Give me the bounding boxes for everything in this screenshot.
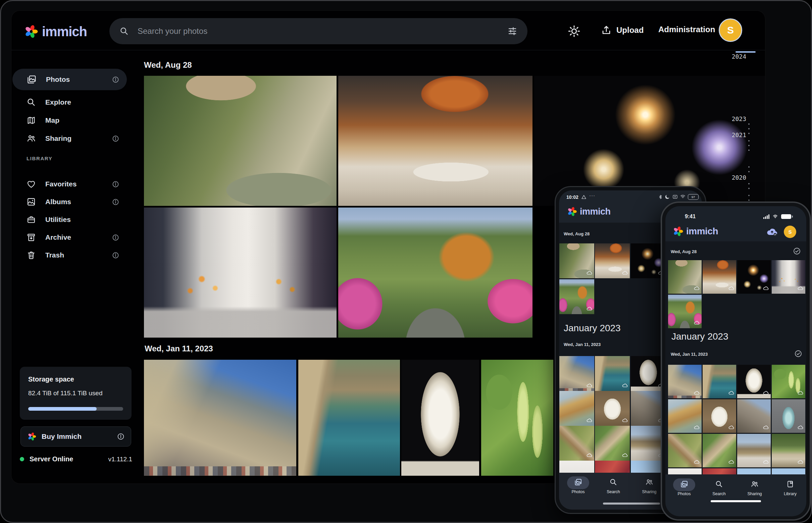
thumb-chalet[interactable] xyxy=(772,434,805,467)
thumb-lizard[interactable] xyxy=(559,426,594,461)
thumb-marble-bust[interactable] xyxy=(737,365,771,398)
server-version: v1.112.1 xyxy=(108,456,132,463)
sidebar-item-label: Utilities xyxy=(45,216,119,223)
cloud-icon xyxy=(798,425,803,431)
photo-fortress-walls[interactable] xyxy=(144,360,296,476)
thumb-coastal-town[interactable] xyxy=(595,356,630,391)
user-avatar[interactable]: S xyxy=(719,18,742,42)
timeline-year[interactable]: 2020 xyxy=(725,174,746,181)
home-indicator[interactable] xyxy=(711,500,761,502)
cloud-icon xyxy=(798,390,803,396)
thumb-marble-sculpture[interactable] xyxy=(595,391,630,426)
info-icon[interactable] xyxy=(112,198,119,206)
cloud-icon xyxy=(622,418,628,424)
app-logo[interactable]: immich xyxy=(23,23,87,39)
sidebar-item-trash[interactable]: Trash xyxy=(13,246,127,264)
info-icon[interactable] xyxy=(112,76,119,84)
upload-label: Upload xyxy=(616,25,643,35)
thumb-beach-cliff[interactable] xyxy=(559,391,594,426)
timeline-tick xyxy=(748,171,749,172)
timeline-scrubber-thumb[interactable] xyxy=(736,51,756,53)
cloud-icon xyxy=(622,453,628,458)
upload-icon xyxy=(601,25,612,36)
thumb-beach-cliff[interactable] xyxy=(668,399,702,433)
thumb-holding-hands[interactable] xyxy=(772,260,805,294)
sidebar-item-favorites[interactable]: Favorites xyxy=(13,175,127,193)
sidebar-item-archive[interactable]: Archive xyxy=(13,228,127,247)
thumb-fortress[interactable] xyxy=(559,356,594,391)
filter-sliders-icon[interactable] xyxy=(507,26,517,36)
thumb-zoo-monkeys[interactable] xyxy=(559,244,594,278)
home-indicator[interactable] xyxy=(603,503,660,505)
cloud-icon xyxy=(763,425,769,431)
upload-button[interactable]: Upload xyxy=(601,25,643,36)
timeline-tick xyxy=(748,145,749,146)
info-icon[interactable] xyxy=(112,234,119,241)
photo-marble-bust[interactable] xyxy=(401,360,479,476)
administration-button[interactable]: Administration xyxy=(658,25,715,34)
nav-tab-sharing[interactable]: Sharing xyxy=(740,480,769,496)
thumb-fireworks[interactable] xyxy=(737,260,771,294)
thumb-fortress[interactable] xyxy=(668,365,702,398)
cloud-icon xyxy=(763,390,769,396)
select-check-icon[interactable] xyxy=(794,350,802,359)
timeline-year[interactable]: 2021 xyxy=(725,131,746,139)
sidebar-item-albums[interactable]: Albums xyxy=(13,193,127,211)
administration-label: Administration xyxy=(658,25,715,34)
thumb-marble-sculpture[interactable] xyxy=(703,399,736,433)
briefcase-icon xyxy=(27,215,36,224)
thumb-ornament[interactable] xyxy=(772,399,805,433)
thumb-church-tower[interactable] xyxy=(737,434,771,467)
thumb-green-berries[interactable] xyxy=(772,365,805,398)
thumb-zoo-monkeys[interactable] xyxy=(668,260,702,294)
phone2-status-time: 9:41 xyxy=(685,214,695,220)
info-icon[interactable] xyxy=(112,135,119,143)
theme-sun-icon[interactable] xyxy=(567,24,581,38)
thumb-lizard[interactable] xyxy=(595,426,630,461)
timeline-tick xyxy=(748,133,749,134)
thumb-autumn-path[interactable] xyxy=(668,295,702,328)
timeline-year[interactable]: 2023 xyxy=(725,115,746,122)
photo-autumn-path[interactable] xyxy=(338,208,533,338)
info-icon[interactable] xyxy=(117,432,125,440)
timeline-year[interactable]: 2024 xyxy=(725,53,746,60)
nav-tab-library[interactable]: Library xyxy=(776,480,805,496)
wifi-icon xyxy=(772,214,778,219)
thumb-dinner-table[interactable] xyxy=(703,260,736,294)
sidebar-item-explore[interactable]: Explore xyxy=(13,93,127,111)
photo-holding-hands[interactable] xyxy=(144,208,336,338)
timeline-tick xyxy=(748,188,749,189)
sidebar-item-sharing[interactable]: Sharing xyxy=(13,129,127,147)
sidebar-item-photos[interactable]: Photos xyxy=(13,69,127,90)
select-check-icon[interactable] xyxy=(793,247,801,256)
photo-zoo-monkeys[interactable] xyxy=(144,76,336,206)
info-icon[interactable] xyxy=(112,180,119,188)
nav-tab-search[interactable]: Search xyxy=(599,478,628,494)
timeline-tick xyxy=(748,140,749,142)
photo-dinner-table[interactable] xyxy=(338,76,533,206)
nav-tab-search[interactable]: Search xyxy=(705,480,733,496)
battery-icon: 97 xyxy=(688,194,698,200)
thumb-dinner-table[interactable] xyxy=(595,244,630,278)
cloud-icon xyxy=(763,286,769,292)
info-icon[interactable] xyxy=(112,251,119,259)
sidebar-item-map[interactable]: Map xyxy=(13,111,127,129)
photo-green-berries[interactable] xyxy=(481,360,553,476)
nav-tab-sharing[interactable]: Sharing xyxy=(635,478,664,494)
user-avatar[interactable]: S xyxy=(784,226,796,238)
storage-usage: 82.4 TiB of 115.1 TiB used xyxy=(28,390,102,397)
nav-tab-photos[interactable]: Photos xyxy=(564,478,592,494)
thumb-autumn-path[interactable] xyxy=(559,279,594,314)
sidebar-item-utilities[interactable]: Utilities xyxy=(13,211,127,229)
thumb-coastal-town[interactable] xyxy=(703,365,736,398)
cloud-sync-icon[interactable] xyxy=(766,227,778,236)
phone1-date-header: Wed, Jan 11, 2023 xyxy=(564,342,601,347)
thumb-lizard[interactable] xyxy=(703,434,736,467)
photo-coastal-town[interactable] xyxy=(298,360,400,476)
nav-tab-photos[interactable]: Photos xyxy=(670,480,698,496)
thumb-lizard[interactable] xyxy=(668,434,702,467)
thumb-ruin-wall[interactable] xyxy=(737,399,771,433)
buy-immich-button[interactable]: Buy Immich xyxy=(20,427,131,447)
search-input[interactable]: Search your photos xyxy=(109,18,528,44)
phone2-screen: 9:41 immich xyxy=(666,206,806,516)
